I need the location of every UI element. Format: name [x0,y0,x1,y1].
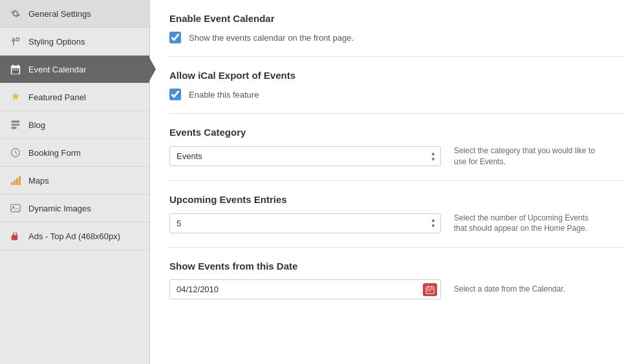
svg-rect-5 [14,180,16,185]
booking-form-icon [9,146,22,159]
featured-panel-icon [9,91,22,103]
svg-rect-1 [12,123,20,125]
sidebar-item-ads-top-ad[interactable]: Ads - Top Ad (468x60px) [0,222,149,250]
sidebar-item-featured-panel[interactable]: Featured Panel [0,83,149,111]
section-title-allow-ical-export: Allow iCal Export of Events [169,70,625,81]
sidebar-item-label-booking-form: Booking Form [28,148,81,158]
event-calendar-icon [9,63,22,76]
sidebar-item-event-calendar[interactable]: Event Calendar [0,56,149,83]
dynamic-images-icon [9,202,22,215]
sidebar-item-label-dynamic-images: Dynamic Images [28,204,91,213]
checkbox-row-enable-event-calendar: Show the events calendar on the front pa… [169,32,625,43]
sidebar-item-maps[interactable]: Maps [0,167,149,195]
section-title-show-events-from-date: Show Events from this Date [169,261,625,272]
section-upcoming-events-entries: Upcoming Events Entries5▲▼Select the num… [169,194,625,248]
select-wrapper-upcoming-events-entries: 5▲▼ [169,213,441,233]
sidebar-item-label-maps: Maps [28,176,49,186]
ads-top-ad-icon [9,230,22,242]
svg-rect-2 [12,127,17,129]
section-allow-ical-export: Allow iCal Export of EventsEnable this f… [169,70,625,114]
svg-rect-0 [12,121,20,123]
date-wrapper-show-events-from-date [169,279,441,299]
sidebar-item-dynamic-images[interactable]: Dynamic Images [0,195,149,222]
section-title-enable-event-calendar: Enable Event Calendar [169,13,625,24]
section-title-events-category: Events Category [169,127,625,138]
maps-icon [9,174,22,187]
svg-rect-14 [427,290,429,292]
field-row-events-category: Events▲▼Select the category that you wou… [169,145,625,167]
field-description-upcoming-events-entries: Select the number of Upcoming Events tha… [454,213,596,235]
sidebar-item-label-styling-options: Styling Options [28,37,85,47]
sidebar: General SettingsStyling OptionsEvent Cal… [0,0,150,364]
calendar-icon-show-events-from-date[interactable] [423,283,437,296]
checkbox-label-allow-ical-export: Enable this feature [189,90,259,100]
select-wrapper-events-category: Events▲▼ [169,146,441,166]
select-upcoming-events-entries[interactable]: 5 [169,213,441,233]
svg-rect-4 [11,182,13,185]
blog-icon [9,118,22,131]
section-events-category: Events CategoryEvents▲▼Select the catego… [169,127,625,181]
field-row-show-events-from-date: Select a date from the Calendar. [169,279,625,299]
svg-rect-8 [11,204,20,211]
sidebar-item-styling-options[interactable]: Styling Options [0,28,149,56]
sidebar-item-label-event-calendar: Event Calendar [28,65,87,74]
sidebar-item-general-settings[interactable]: General Settings [0,0,149,28]
field-description-show-events-from-date: Select a date from the Calendar. [454,284,565,295]
select-events-category[interactable]: Events [169,146,441,166]
styling-options-icon [9,35,22,48]
checkbox-enable-event-calendar[interactable] [169,32,181,43]
checkbox-label-enable-event-calendar: Show the events calendar on the front pa… [189,33,354,43]
sidebar-item-booking-form[interactable]: Booking Form [0,139,149,167]
field-description-events-category: Select the category that you would like … [454,145,596,167]
svg-rect-6 [16,178,18,185]
section-show-events-from-date: Show Events from this DateSelect a date … [169,261,625,312]
sidebar-item-blog[interactable]: Blog [0,111,149,139]
section-enable-event-calendar: Enable Event CalendarShow the events cal… [169,13,625,57]
general-settings-icon [9,7,22,20]
sidebar-item-label-general-settings: General Settings [28,9,91,19]
sidebar-item-label-featured-panel: Featured Panel [28,92,86,102]
svg-rect-15 [429,290,431,292]
date-input-show-events-from-date[interactable] [169,279,441,299]
sidebar-item-label-ads-top-ad: Ads - Top Ad (468x60px) [28,231,120,241]
sidebar-item-label-blog: Blog [28,120,45,130]
checkbox-row-allow-ical-export: Enable this feature [169,89,625,100]
field-row-upcoming-events-entries: 5▲▼Select the number of Upcoming Events … [169,213,625,235]
checkbox-allow-ical-export[interactable] [169,89,181,100]
section-title-upcoming-events-entries: Upcoming Events Entries [169,194,625,205]
main-content: Enable Event CalendarShow the events cal… [150,0,644,364]
svg-rect-7 [19,177,21,186]
